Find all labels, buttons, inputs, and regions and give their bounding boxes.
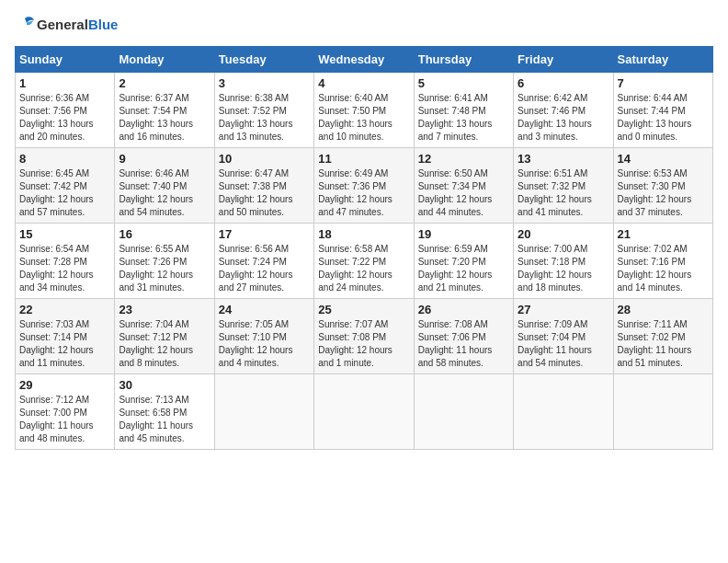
day-number: 15 xyxy=(19,227,110,241)
weekday-header-row: SundayMondayTuesdayWednesdayThursdayFrid… xyxy=(16,47,713,73)
calendar-cell: 11 Sunrise: 6:49 AM Sunset: 7:36 PM Dayl… xyxy=(314,148,414,224)
calendar-cell: 14 Sunrise: 6:53 AM Sunset: 7:30 PM Dayl… xyxy=(613,148,712,224)
day-number: 29 xyxy=(19,378,110,392)
calendar-cell xyxy=(414,374,513,450)
calendar-cell: 8 Sunrise: 6:45 AM Sunset: 7:42 PM Dayli… xyxy=(16,148,115,224)
day-info: Sunrise: 6:51 AM Sunset: 7:32 PM Dayligh… xyxy=(518,167,609,219)
day-info: Sunrise: 7:04 AM Sunset: 7:12 PM Dayligh… xyxy=(119,318,210,370)
day-number: 1 xyxy=(19,76,110,90)
day-info: Sunrise: 7:13 AM Sunset: 6:58 PM Dayligh… xyxy=(119,394,210,445)
day-number: 6 xyxy=(518,76,609,90)
week-row-1: 1 Sunrise: 6:36 AM Sunset: 7:56 PM Dayli… xyxy=(16,73,713,148)
calendar-cell: 30 Sunrise: 7:13 AM Sunset: 6:58 PM Dayl… xyxy=(115,374,214,450)
calendar-cell xyxy=(613,374,712,450)
day-info: Sunrise: 7:09 AM Sunset: 7:04 PM Dayligh… xyxy=(518,318,609,370)
calendar-cell: 3 Sunrise: 6:38 AM Sunset: 7:52 PM Dayli… xyxy=(214,73,313,148)
calendar-cell: 17 Sunrise: 6:56 AM Sunset: 7:24 PM Dayl… xyxy=(214,224,313,299)
day-number: 12 xyxy=(418,152,509,166)
day-number: 16 xyxy=(119,227,210,241)
calendar-cell xyxy=(214,374,313,450)
day-info: Sunrise: 7:03 AM Sunset: 7:14 PM Dayligh… xyxy=(19,318,110,370)
day-info: Sunrise: 6:54 AM Sunset: 7:28 PM Dayligh… xyxy=(19,243,110,294)
day-number: 2 xyxy=(119,76,210,90)
weekday-header-tuesday: Tuesday xyxy=(214,47,313,73)
day-number: 3 xyxy=(219,76,310,90)
weekday-header-saturday: Saturday xyxy=(613,47,712,73)
day-info: Sunrise: 6:46 AM Sunset: 7:40 PM Dayligh… xyxy=(119,167,210,219)
weekday-header-friday: Friday xyxy=(514,47,613,73)
day-number: 20 xyxy=(518,227,609,241)
day-number: 21 xyxy=(618,227,709,241)
day-info: Sunrise: 6:41 AM Sunset: 7:48 PM Dayligh… xyxy=(418,92,509,144)
calendar-cell: 10 Sunrise: 6:47 AM Sunset: 7:38 PM Dayl… xyxy=(214,148,313,224)
day-number: 4 xyxy=(318,76,409,90)
calendar-cell xyxy=(314,374,414,450)
day-info: Sunrise: 7:02 AM Sunset: 7:16 PM Dayligh… xyxy=(618,243,709,294)
day-info: Sunrise: 6:55 AM Sunset: 7:26 PM Dayligh… xyxy=(119,243,210,294)
calendar-cell: 23 Sunrise: 7:04 AM Sunset: 7:12 PM Dayl… xyxy=(115,299,214,374)
day-number: 25 xyxy=(318,303,409,316)
day-number: 22 xyxy=(19,303,110,316)
day-info: Sunrise: 6:45 AM Sunset: 7:42 PM Dayligh… xyxy=(19,167,110,219)
calendar-cell: 6 Sunrise: 6:42 AM Sunset: 7:46 PM Dayli… xyxy=(514,73,613,148)
day-info: Sunrise: 7:08 AM Sunset: 7:06 PM Dayligh… xyxy=(418,318,509,370)
logo-container: GeneralBlue xyxy=(15,15,118,35)
day-info: Sunrise: 6:50 AM Sunset: 7:34 PM Dayligh… xyxy=(418,167,509,219)
weekday-header-wednesday: Wednesday xyxy=(314,47,414,73)
calendar-cell: 2 Sunrise: 6:37 AM Sunset: 7:54 PM Dayli… xyxy=(115,73,214,148)
day-number: 27 xyxy=(518,303,609,316)
day-info: Sunrise: 6:59 AM Sunset: 7:20 PM Dayligh… xyxy=(418,243,509,294)
calendar-cell xyxy=(514,374,613,450)
calendar-cell: 22 Sunrise: 7:03 AM Sunset: 7:14 PM Dayl… xyxy=(16,299,115,374)
calendar-cell: 29 Sunrise: 7:12 AM Sunset: 7:00 PM Dayl… xyxy=(16,374,115,450)
day-info: Sunrise: 6:36 AM Sunset: 7:56 PM Dayligh… xyxy=(19,92,110,144)
day-number: 7 xyxy=(618,76,709,90)
logo-text: GeneralBlue xyxy=(37,17,118,33)
day-number: 23 xyxy=(119,303,210,316)
day-number: 14 xyxy=(618,152,709,166)
calendar-cell: 18 Sunrise: 6:58 AM Sunset: 7:22 PM Dayl… xyxy=(314,224,414,299)
day-number: 8 xyxy=(19,152,110,166)
day-info: Sunrise: 7:00 AM Sunset: 7:18 PM Dayligh… xyxy=(518,243,609,294)
day-number: 30 xyxy=(119,378,210,392)
weekday-header-thursday: Thursday xyxy=(414,47,513,73)
calendar-cell: 15 Sunrise: 6:54 AM Sunset: 7:28 PM Dayl… xyxy=(16,224,115,299)
calendar-cell: 1 Sunrise: 6:36 AM Sunset: 7:56 PM Dayli… xyxy=(16,73,115,148)
calendar-cell: 26 Sunrise: 7:08 AM Sunset: 7:06 PM Dayl… xyxy=(414,299,513,374)
calendar-cell: 13 Sunrise: 6:51 AM Sunset: 7:32 PM Dayl… xyxy=(514,148,613,224)
day-info: Sunrise: 7:11 AM Sunset: 7:02 PM Dayligh… xyxy=(618,318,709,370)
weekday-header-monday: Monday xyxy=(115,47,214,73)
day-info: Sunrise: 6:58 AM Sunset: 7:22 PM Dayligh… xyxy=(318,243,409,294)
logo: GeneralBlue xyxy=(15,15,118,35)
day-info: Sunrise: 6:40 AM Sunset: 7:50 PM Dayligh… xyxy=(318,92,409,144)
day-info: Sunrise: 6:38 AM Sunset: 7:52 PM Dayligh… xyxy=(219,92,310,144)
page-header: GeneralBlue xyxy=(15,15,713,35)
day-info: Sunrise: 6:42 AM Sunset: 7:46 PM Dayligh… xyxy=(518,92,609,144)
day-info: Sunrise: 7:07 AM Sunset: 7:08 PM Dayligh… xyxy=(318,318,409,370)
day-number: 26 xyxy=(418,303,509,316)
day-info: Sunrise: 6:56 AM Sunset: 7:24 PM Dayligh… xyxy=(219,243,310,294)
calendar-cell: 27 Sunrise: 7:09 AM Sunset: 7:04 PM Dayl… xyxy=(514,299,613,374)
week-row-2: 8 Sunrise: 6:45 AM Sunset: 7:42 PM Dayli… xyxy=(16,148,713,224)
calendar-cell: 12 Sunrise: 6:50 AM Sunset: 7:34 PM Dayl… xyxy=(414,148,513,224)
logo-bird-icon xyxy=(15,15,35,35)
day-number: 9 xyxy=(119,152,210,166)
week-row-3: 15 Sunrise: 6:54 AM Sunset: 7:28 PM Dayl… xyxy=(16,224,713,299)
calendar-cell: 16 Sunrise: 6:55 AM Sunset: 7:26 PM Dayl… xyxy=(115,224,214,299)
week-row-5: 29 Sunrise: 7:12 AM Sunset: 7:00 PM Dayl… xyxy=(16,374,713,450)
weekday-header-sunday: Sunday xyxy=(16,47,115,73)
day-info: Sunrise: 6:44 AM Sunset: 7:44 PM Dayligh… xyxy=(618,92,709,144)
calendar-header: SundayMondayTuesdayWednesdayThursdayFrid… xyxy=(16,47,713,73)
calendar-cell: 21 Sunrise: 7:02 AM Sunset: 7:16 PM Dayl… xyxy=(613,224,712,299)
day-number: 17 xyxy=(219,227,310,241)
calendar-cell: 9 Sunrise: 6:46 AM Sunset: 7:40 PM Dayli… xyxy=(115,148,214,224)
calendar-table: SundayMondayTuesdayWednesdayThursdayFrid… xyxy=(15,46,713,450)
calendar-cell: 7 Sunrise: 6:44 AM Sunset: 7:44 PM Dayli… xyxy=(613,73,712,148)
day-info: Sunrise: 6:37 AM Sunset: 7:54 PM Dayligh… xyxy=(119,92,210,144)
day-number: 18 xyxy=(318,227,409,241)
calendar-cell: 4 Sunrise: 6:40 AM Sunset: 7:50 PM Dayli… xyxy=(314,73,414,148)
day-info: Sunrise: 7:05 AM Sunset: 7:10 PM Dayligh… xyxy=(219,318,310,370)
calendar-cell: 19 Sunrise: 6:59 AM Sunset: 7:20 PM Dayl… xyxy=(414,224,513,299)
day-number: 11 xyxy=(318,152,409,166)
day-number: 13 xyxy=(518,152,609,166)
